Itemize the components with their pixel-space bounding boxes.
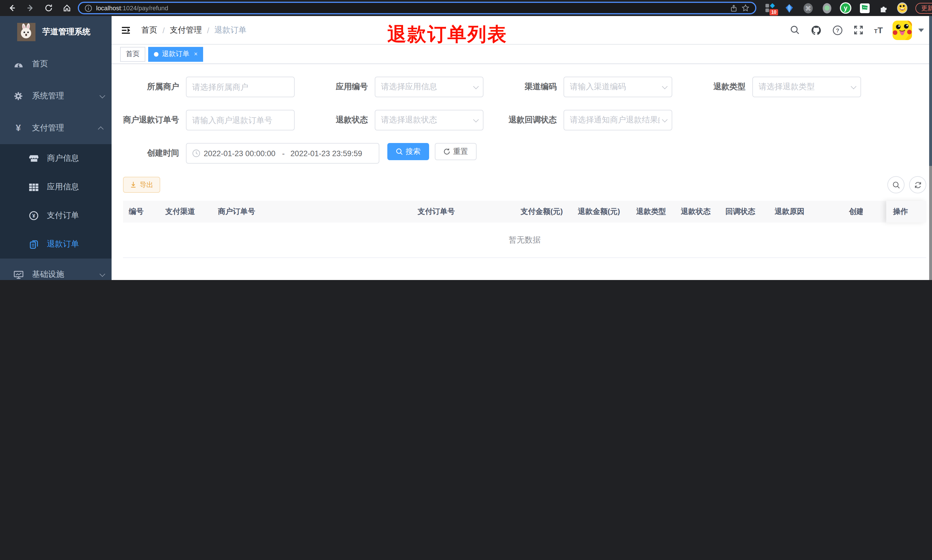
sidebar-logo[interactable]: 芋道管理系统 <box>0 16 112 48</box>
profile-emoji-icon[interactable] <box>897 2 908 14</box>
date-range-picker[interactable]: 2022-01-23 00:00:00 - 2022-01-23 23:59:5… <box>186 143 379 164</box>
column-header[interactable]: 支付订单号 <box>412 206 515 217</box>
refresh-table-button[interactable] <box>909 176 926 193</box>
extension-command-icon[interactable]: ⌘ <box>802 2 814 14</box>
reset-button-label: 重置 <box>453 146 468 157</box>
page-content: 所属商户 应用编号 请选择应用信息 渠道编码 请输入渠道编码 退款类型 请选择退… <box>112 64 932 258</box>
tag-label: 首页 <box>126 49 140 59</box>
bookmark-star-icon[interactable] <box>741 4 749 12</box>
extension-dot-icon[interactable] <box>821 2 832 14</box>
chevron-down-icon <box>100 271 105 277</box>
tags-view: 首页 退款订单 × <box>112 45 932 64</box>
navbar-actions: ? TT <box>789 20 924 40</box>
merchant-refund-no-input[interactable] <box>186 110 295 131</box>
sidebar-item-refund-order[interactable]: 退款订单 <box>0 230 112 258</box>
page-annotation: 退款订单列表 <box>388 22 508 48</box>
tag-home[interactable]: 首页 <box>120 47 145 62</box>
url-text[interactable]: localhost:1024/pay/refund <box>96 5 726 11</box>
column-header[interactable]: 支付金额(元) <box>515 206 572 217</box>
github-icon[interactable] <box>811 24 822 36</box>
chevron-down-icon <box>851 83 857 89</box>
help-icon[interactable]: ? <box>832 24 843 36</box>
sidebar-item-home[interactable]: 首页 <box>0 48 112 80</box>
breadcrumb-home[interactable]: 首页 <box>141 25 157 35</box>
svg-text:⌘: ⌘ <box>805 5 811 12</box>
show-search-icon-button[interactable] <box>887 176 904 193</box>
column-header[interactable]: 退款类型 <box>631 206 675 217</box>
svg-text:¥: ¥ <box>32 213 35 219</box>
font-size-icon[interactable]: TT <box>874 25 883 35</box>
tag-refund-order[interactable]: 退款订单 × <box>148 47 203 62</box>
reload-button[interactable] <box>41 2 56 14</box>
merchant-input[interactable] <box>186 77 295 97</box>
column-header[interactable]: 创建时间 <box>843 206 863 217</box>
share-icon[interactable] <box>730 4 737 12</box>
site-info-icon[interactable] <box>85 4 92 12</box>
fullscreen-icon[interactable] <box>853 24 864 36</box>
export-button[interactable]: 导出 <box>123 177 160 193</box>
column-header[interactable]: 编号 <box>123 206 160 217</box>
browser-toolbar: localhost:1024/pay/refund 10 ⌘ <box>0 0 932 16</box>
navbar: 首页 / 支付管理 / 退款订单 ? <box>112 16 932 45</box>
url-host: localhost <box>96 5 121 11</box>
sidebar-item-label: 基础设施 <box>32 269 100 280</box>
extensions-puzzle-icon[interactable] <box>878 2 889 14</box>
sidebar-item-infra[interactable]: 基础设施 <box>0 258 112 280</box>
extension-gem-icon[interactable] <box>783 2 795 14</box>
user-avatar[interactable] <box>892 20 912 40</box>
column-header[interactable]: 回调状态 <box>720 206 769 217</box>
app-no-select[interactable]: 请选择应用信息 <box>375 77 483 97</box>
refund-type-select[interactable]: 请选择退款类型 <box>752 77 861 97</box>
sidebar-item-label: 商户信息 <box>47 153 79 164</box>
sidebar-item-pay-order[interactable]: ¥ 支付订单 <box>0 202 112 230</box>
filter-label: 渠道编码 <box>501 82 564 92</box>
extension-yudao-icon[interactable]: y <box>840 2 851 14</box>
breadcrumb-payment[interactable]: 支付管理 <box>170 25 202 35</box>
chrome-update-button[interactable]: 更新 <box>915 3 932 14</box>
sidebar-item-system[interactable]: 系统管理 <box>0 80 112 112</box>
caret-down-icon[interactable] <box>918 28 924 32</box>
channel-code-select[interactable]: 请输入渠道编码 <box>564 77 672 97</box>
merchant-input-field[interactable] <box>192 82 288 92</box>
column-header[interactable]: 退款状态 <box>675 206 720 217</box>
search-icon[interactable] <box>789 24 801 36</box>
sidebar-item-merchant-info[interactable]: 商户信息 <box>0 144 112 173</box>
hamburger-icon[interactable] <box>112 16 140 44</box>
back-button[interactable] <box>5 2 20 14</box>
tag-close-icon[interactable]: × <box>193 51 198 57</box>
extension-flag-icon[interactable] <box>859 2 870 14</box>
payment-submenu: 商户信息 应用信息 ¥ 支付订单 <box>0 144 112 258</box>
sidebar-item-payment[interactable]: ¥ 支付管理 <box>0 112 112 144</box>
sidebar-item-label: 支付订单 <box>47 211 79 221</box>
breadcrumb-separator: / <box>163 25 165 35</box>
active-dot <box>154 52 158 56</box>
window-edge-scrollbar[interactable] <box>929 16 932 280</box>
filter-create-time: 创建时间 2022-01-23 00:00:00 - 2022-01-23 23… <box>123 143 379 164</box>
home-button[interactable] <box>60 2 74 14</box>
sidebar: 芋道管理系统 首页 系统管理 ¥ 支付管理 <box>0 16 112 280</box>
breadcrumb-separator: / <box>207 25 209 35</box>
filter-label: 应用编号 <box>312 82 375 92</box>
address-bar[interactable]: localhost:1024/pay/refund <box>78 2 757 14</box>
merchant-refund-no-field[interactable] <box>192 115 288 125</box>
date-start-value[interactable]: 2022-01-23 00:00:00 <box>204 149 276 158</box>
search-button[interactable]: 搜索 <box>388 143 429 160</box>
table-toolbar: 导出 <box>123 176 926 193</box>
filter-label: 退款状态 <box>312 115 375 125</box>
table-header: 编号 支付渠道 商户订单号 支付订单号 支付金额(元) 退款金额(元) 退款类型… <box>123 201 926 223</box>
column-header[interactable]: 支付渠道 <box>160 206 212 217</box>
column-header[interactable]: 退款原因 <box>769 206 843 217</box>
column-header-actions[interactable]: 操作 <box>886 201 926 223</box>
refund-status-select[interactable]: 请选择退款状态 <box>375 110 483 131</box>
column-header[interactable]: 商户订单号 <box>212 206 412 217</box>
column-header[interactable]: 退款金额(元) <box>572 206 631 217</box>
notify-status-select[interactable]: 请选择通知商户退款结果的 <box>564 110 672 131</box>
extension-grid-icon[interactable]: 10 <box>764 2 776 14</box>
date-end-value[interactable]: 2022-01-23 23:59:59 <box>291 149 363 158</box>
forward-button[interactable] <box>23 2 38 14</box>
reset-button[interactable]: 重置 <box>435 143 477 160</box>
sidebar-item-app-info[interactable]: 应用信息 <box>0 173 112 202</box>
yen-circle-icon: ¥ <box>28 211 40 220</box>
dashboard-icon <box>11 60 25 68</box>
clock-icon <box>192 149 200 157</box>
